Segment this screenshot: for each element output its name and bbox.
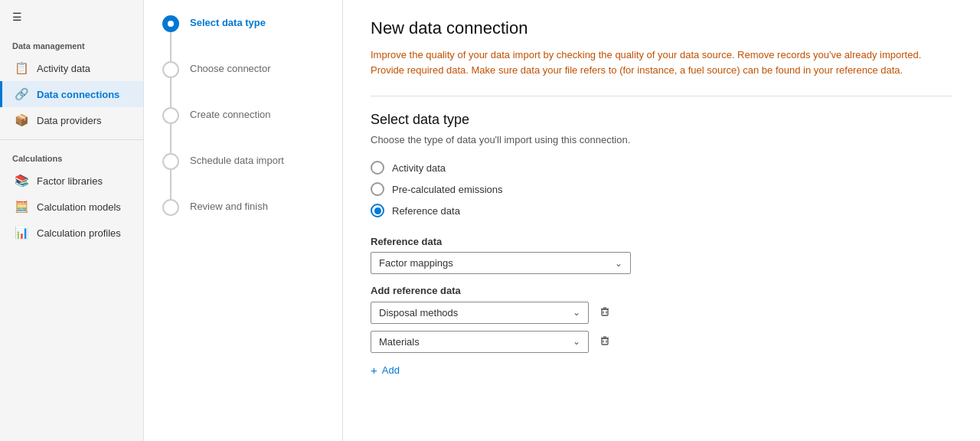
chevron-down-icon-2: ⌄ — [573, 336, 580, 347]
radio-circle-pre-calc — [371, 182, 384, 196]
chevron-down-icon: ⌄ — [615, 258, 622, 269]
svg-rect-5 — [602, 338, 608, 345]
add-ref-value-1: Disposal methods — [379, 307, 458, 318]
sidebar-item-label: Activity data — [37, 63, 90, 74]
step-5-circle — [162, 199, 179, 216]
sidebar-item-calculation-profiles[interactable]: 📊 Calculation profiles — [0, 220, 143, 246]
radio-circle-reference — [371, 204, 384, 217]
add-reference-label: Add reference data — [371, 285, 952, 296]
content-divider — [371, 96, 952, 96]
sidebar-item-calculation-models[interactable]: 🧮 Calculation models — [0, 194, 143, 220]
radio-reference-data[interactable]: Reference data — [371, 204, 952, 217]
step-review-and-finish: Review and finish — [162, 199, 324, 216]
step-1-circle — [162, 15, 179, 32]
sidebar-item-label: Calculation models — [37, 201, 121, 213]
step-3-line — [170, 124, 172, 153]
step-3-label[interactable]: Create connection — [190, 107, 271, 120]
step-2-line — [170, 78, 172, 107]
trash-icon-2 — [598, 333, 612, 347]
add-ref-row-1: Disposal methods ⌄ — [371, 301, 952, 324]
step-4-line — [170, 170, 172, 199]
section-title: Select data type — [371, 112, 952, 128]
sidebar-item-data-connections[interactable]: 🔗 Data connections — [0, 81, 143, 107]
calculation-profiles-icon: 📊 — [15, 226, 29, 240]
trash-icon-1 — [598, 304, 612, 318]
sidebar-item-factor-libraries[interactable]: 📚 Factor libraries — [0, 168, 143, 194]
step-1-label[interactable]: Select data type — [190, 15, 266, 28]
page-title: New data connection — [371, 18, 952, 38]
sidebar-item-label: Calculation profiles — [37, 227, 121, 239]
step-1-line — [170, 32, 172, 61]
step-choose-connector: Choose connector — [162, 61, 324, 107]
sidebar-item-label: Factor libraries — [37, 175, 103, 187]
data-type-radio-group: Activity data Pre-calculated emissions R… — [371, 161, 952, 217]
sidebar: ☰ Data management 📋 Activity data 🔗 Data… — [0, 0, 144, 441]
calculation-models-icon: 🧮 — [15, 200, 29, 214]
radio-circle-activity — [371, 161, 384, 175]
add-ref-dropdown-2[interactable]: Materials ⌄ — [371, 331, 589, 353]
step-4-circle — [162, 153, 179, 170]
radio-label-reference: Reference data — [392, 205, 460, 217]
reference-data-field: Reference data Factor mappings ⌄ — [371, 236, 952, 274]
radio-label-pre-calc: Pre-calculated emissions — [392, 184, 503, 195]
add-ref-dropdown-1[interactable]: Disposal methods ⌄ — [371, 302, 589, 324]
step-2-label[interactable]: Choose connector — [190, 61, 271, 74]
factor-libraries-icon: 📚 — [15, 174, 29, 188]
reference-data-label: Reference data — [371, 236, 952, 247]
step-5-label[interactable]: Review and finish — [190, 199, 268, 212]
sidebar-item-label: Data providers — [37, 115, 102, 126]
add-ref-value-2: Materials — [379, 336, 420, 348]
sidebar-item-activity-data[interactable]: 📋 Activity data — [0, 55, 143, 81]
hamburger-menu[interactable]: ☰ — [0, 0, 143, 34]
radio-label-activity: Activity data — [392, 162, 446, 174]
add-button-label: Add — [382, 364, 400, 376]
plus-icon: + — [371, 364, 377, 377]
step-4-label[interactable]: Schedule data import — [190, 153, 284, 166]
main-content: New data connection Improve the quality … — [343, 0, 980, 441]
step-2-circle — [162, 61, 179, 78]
add-ref-row-2: Materials ⌄ — [371, 330, 952, 353]
calculations-section: Calculations — [0, 146, 143, 168]
step-schedule-data-import: Schedule data import — [162, 153, 324, 199]
info-text: Improve the quality of your data import … — [371, 47, 937, 77]
delete-row-2-button[interactable] — [595, 330, 615, 353]
stepper-panel: Select data type Choose connector Create… — [144, 0, 343, 441]
data-providers-icon: 📦 — [15, 113, 29, 127]
section-desc: Choose the type of data you'll import us… — [371, 134, 952, 145]
data-connections-icon: 🔗 — [15, 87, 29, 101]
sidebar-item-label: Data connections — [37, 89, 119, 100]
chevron-down-icon-1: ⌄ — [573, 307, 580, 318]
radio-pre-calculated-emissions[interactable]: Pre-calculated emissions — [371, 182, 952, 196]
radio-activity-data[interactable]: Activity data — [371, 161, 952, 175]
sidebar-item-data-providers[interactable]: 📦 Data providers — [0, 107, 143, 133]
sidebar-divider — [0, 139, 143, 140]
reference-data-dropdown[interactable]: Factor mappings ⌄ — [371, 252, 631, 274]
step-select-data-type: Select data type — [162, 15, 324, 61]
activity-data-icon: 📋 — [15, 61, 29, 75]
step-3-circle — [162, 107, 179, 124]
add-reference-data-field: Add reference data Disposal methods ⌄ Ma… — [371, 285, 952, 381]
data-management-section: Data management — [0, 34, 143, 55]
svg-rect-0 — [602, 309, 608, 315]
delete-row-1-button[interactable] — [595, 301, 615, 324]
add-reference-button[interactable]: + Add — [371, 359, 400, 381]
reference-data-value: Factor mappings — [379, 257, 453, 269]
step-create-connection: Create connection — [162, 107, 324, 153]
